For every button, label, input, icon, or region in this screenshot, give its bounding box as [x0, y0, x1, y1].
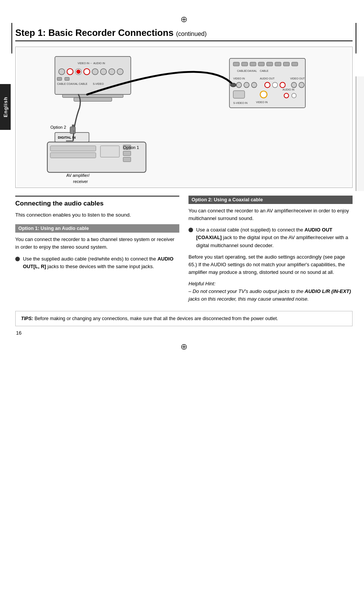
svg-point-21: [280, 82, 285, 87]
svg-point-17: [244, 82, 249, 87]
svg-rect-52: [123, 151, 131, 156]
svg-point-30: [292, 93, 296, 98]
right-border-decoration: [356, 23, 356, 53]
svg-rect-9: [292, 62, 298, 66]
helpful-hint: Helpful Hint: – Do not connect your TV's…: [188, 280, 353, 303]
crosshair-bottom: ⊕: [15, 342, 353, 352]
left-border-decoration: [11, 23, 12, 53]
title-text: Step 1: Basic Recorder Connections: [15, 28, 174, 38]
svg-text:CABLE: CABLE: [237, 70, 246, 72]
svg-rect-50: [100, 146, 119, 157]
svg-text:AUDIO IN: AUDIO IN: [283, 88, 295, 91]
helpful-hint-text: – Do not connect your TV's audio output …: [188, 288, 351, 302]
right-column: Option 2: Using a Coaxial cable You can …: [188, 196, 353, 303]
svg-rect-45: [63, 94, 123, 97]
intro-text: This connection enables you to listen to…: [15, 211, 179, 219]
option1-text: You can connect the recorder to a two ch…: [15, 236, 179, 251]
svg-point-37: [92, 69, 98, 75]
option1-bar: Option 1: Using an Audio cable: [15, 224, 179, 233]
section-heading: Connecting the audio cables: [15, 200, 179, 207]
svg-text:S-VIDEO IN: S-VIDEO IN: [233, 102, 247, 104]
language-label: English: [3, 97, 8, 117]
svg-rect-8: [283, 62, 290, 66]
svg-rect-5: [258, 62, 264, 66]
svg-point-36: [84, 69, 90, 75]
diagram-svg: CABLE COAXIAL CABLE VIDEO IN AUDIO OUT V…: [16, 47, 352, 188]
svg-rect-41: [57, 78, 62, 81]
svg-rect-64: [72, 125, 74, 127]
option1-bullet-text: Use the supplied audio cable (red/white …: [23, 255, 179, 270]
svg-point-18: [251, 82, 257, 87]
option2-bullet-text: Use a coaxial cable (not supplied) to co…: [196, 226, 353, 249]
svg-text:CABLE  COAXIAL  CABLE: CABLE COAXIAL CABLE: [57, 83, 88, 85]
svg-text:Option 1: Option 1: [123, 145, 139, 150]
option1-bullet-item: Use the supplied audio cable (red/white …: [15, 255, 179, 270]
diagram-area: CABLE COAXIAL CABLE VIDEO IN AUDIO OUT V…: [15, 47, 353, 188]
language-tab: English: [0, 84, 11, 130]
tips-text: Before making or changing any connection…: [34, 316, 278, 321]
svg-point-22: [291, 82, 296, 87]
svg-rect-24: [233, 91, 245, 98]
svg-text:AV amplifier/: AV amplifier/: [66, 173, 90, 178]
svg-point-62: [77, 70, 81, 74]
svg-rect-48: [50, 146, 96, 151]
bullet-dot: [15, 257, 20, 261]
svg-point-20: [272, 82, 278, 87]
option2-extra-text: Before you start operating, set the audi…: [188, 253, 353, 276]
svg-text:Option 2: Option 2: [50, 125, 66, 129]
svg-point-16: [236, 82, 242, 87]
svg-text:S-VIDEO: S-VIDEO: [93, 83, 104, 85]
svg-point-61: [230, 83, 236, 87]
main-content: ⊕ Step 1: Basic Recorder Connections (co…: [15, 0, 353, 352]
tips-box: TIPS: Before making or changing any conn…: [15, 311, 353, 327]
svg-point-38: [100, 69, 106, 75]
svg-text:AUDIO OUT: AUDIO OUT: [260, 77, 275, 80]
svg-rect-65: [74, 125, 75, 127]
svg-rect-4: [250, 62, 256, 66]
bullet-dot-2: [188, 228, 193, 232]
svg-point-34: [67, 69, 73, 75]
tips-label: TIPS:: [21, 316, 33, 321]
svg-point-23: [299, 82, 304, 87]
svg-rect-7: [275, 62, 281, 66]
right-edge-decoration: [356, 76, 364, 191]
svg-point-33: [59, 69, 65, 75]
left-column: Connecting the audio cables This connect…: [15, 196, 179, 303]
option2-bar: Option 2: Using a Coaxial cable: [188, 196, 353, 204]
option2-bullet-item: Use a coaxial cable (not supplied) to co…: [188, 226, 353, 249]
svg-point-19: [265, 82, 270, 87]
svg-rect-49: [50, 152, 96, 158]
svg-text:CABLE: CABLE: [260, 70, 269, 72]
page-title: Step 1: Basic Recorder Connections (cont…: [15, 28, 353, 41]
svg-rect-63: [70, 127, 76, 134]
svg-text:receiver: receiver: [73, 179, 88, 184]
svg-point-29: [284, 93, 289, 98]
svg-text:VIDEO IN: VIDEO IN: [233, 77, 245, 80]
svg-rect-56: [66, 141, 73, 142]
svg-text:VIDEO IN ← AUDIO IN: VIDEO IN ← AUDIO IN: [78, 62, 105, 65]
page-number: 16: [16, 330, 353, 336]
svg-text:COAXIAL: COAXIAL: [245, 70, 257, 72]
svg-text:VIDEO OUT: VIDEO OUT: [290, 77, 305, 80]
two-column-section: Connecting the audio cables This connect…: [15, 196, 353, 303]
svg-point-26: [260, 91, 267, 98]
svg-rect-6: [267, 62, 273, 66]
svg-rect-2: [233, 62, 239, 66]
svg-point-39: [109, 69, 115, 75]
title-continued: (continued): [176, 31, 206, 37]
svg-rect-42: [65, 78, 69, 81]
svg-point-40: [117, 69, 123, 75]
svg-text:VIDEO IN: VIDEO IN: [256, 101, 268, 104]
option2-intro: You can connect the recorder to an AV am…: [188, 207, 353, 222]
svg-rect-53: [123, 157, 131, 162]
svg-rect-3: [242, 62, 248, 66]
helpful-hint-label: Helpful Hint:: [188, 281, 216, 286]
crosshair-top: ⊕: [15, 15, 353, 24]
